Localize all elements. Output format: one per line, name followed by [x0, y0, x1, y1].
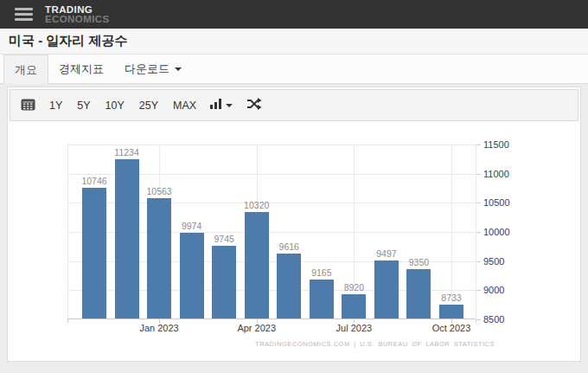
compare-shuffle-icon [246, 98, 262, 113]
tab-overview-label: 개요 [15, 62, 37, 78]
x-tick-label: Jul 2023 [336, 323, 373, 333]
tab-download[interactable]: 다운로드 [114, 55, 192, 83]
bar-value-label: 9165 [311, 267, 331, 278]
page-title: 미국 - 일자리 제공수 [9, 33, 128, 49]
tab-indicators[interactable]: 경제지표 [48, 55, 114, 83]
bar-value-label: 9350 [409, 257, 429, 267]
gridline [476, 145, 476, 319]
main-content: 1Y5Y10Y25YMAX [0, 84, 588, 362]
calendar-button[interactable] [21, 98, 35, 113]
bar-dec-2022[interactable] [115, 159, 139, 318]
bar-value-label: 8920 [344, 282, 364, 293]
y-tick-label: 11000 [483, 169, 509, 179]
bar-value-label: 9974 [182, 221, 201, 231]
range-button-1y[interactable]: 1Y [49, 100, 62, 112]
bar-value-label: 10746 [81, 176, 106, 186]
top-bar: TRADING ECONOMICS [0, 0, 588, 29]
range-button-max[interactable]: MAX [173, 100, 196, 112]
bar-jun-2023[interactable] [310, 280, 334, 318]
bar-jul-2023[interactable] [342, 294, 366, 318]
gridline [67, 145, 476, 145]
x-tick [67, 319, 68, 323]
column-chart-icon [210, 99, 221, 112]
range-button-25y[interactable]: 25Y [139, 100, 158, 112]
tab-overview[interactable]: 개요 [3, 55, 48, 84]
y-tick-label: 10000 [483, 227, 510, 237]
bar-value-label: 10320 [244, 200, 269, 210]
bar-may-2023[interactable] [277, 254, 301, 318]
x-tick-label: Jan 2023 [139, 323, 178, 333]
chart-attribution: TRADINGECONOMICS.COM | U.S. BUREAU OF LA… [255, 340, 495, 348]
compare-button[interactable] [246, 98, 262, 113]
bar-apr-2023[interactable] [245, 212, 269, 318]
y-tick-label: 9000 [483, 285, 504, 295]
menu-icon[interactable] [15, 8, 33, 21]
brand-logo[interactable]: TRADING ECONOMICS [45, 5, 110, 23]
range-buttons: 1Y5Y10Y25YMAX [49, 100, 196, 112]
bar-nov-2022[interactable] [82, 188, 106, 318]
bar-jan-2023[interactable] [147, 198, 171, 318]
x-tick [476, 319, 476, 323]
x-axis-line [67, 318, 476, 319]
y-tick-label: 8500 [483, 314, 504, 325]
bar-value-label: 9616 [279, 241, 299, 252]
bar-value-label: 11234 [114, 147, 138, 158]
y-tick-label: 9500 [483, 256, 504, 267]
bar-value-label: 8733 [441, 293, 461, 303]
range-button-10y[interactable]: 10Y [105, 100, 125, 112]
y-tick-label: 11500 [483, 139, 509, 150]
chart-region: 8500900095001000010500110001150010746112… [8, 123, 580, 360]
bar-aug-2023[interactable] [374, 260, 399, 318]
bar-sep-2023[interactable] [406, 269, 431, 318]
tab-download-label: 다운로드 [125, 61, 169, 77]
chevron-down-icon [175, 68, 182, 71]
x-tick-label: Apr 2023 [237, 323, 276, 333]
chart-type-button[interactable] [210, 99, 233, 112]
y-tick-label: 10500 [483, 197, 510, 208]
gridline [354, 145, 355, 319]
bar-mar-2023[interactable] [212, 246, 236, 318]
plot-area: 8500900095001000010500110001150010746112… [67, 145, 476, 319]
bar-oct-2023[interactable] [439, 305, 463, 318]
brand-line-2: ECONOMICS [45, 15, 110, 24]
chart-toolbar: 1Y5Y10Y25YMAX [10, 89, 578, 121]
tab-indicators-label: 경제지표 [59, 61, 104, 77]
x-tick-label: Oct 2023 [432, 323, 471, 333]
gridline [67, 145, 68, 319]
page-title-bar: 미국 - 일자리 제공수 [0, 29, 588, 55]
tab-bar: 개요경제지표다운로드 [0, 55, 588, 84]
chevron-down-icon [226, 104, 233, 107]
bar-value-label: 10563 [146, 186, 171, 196]
range-button-5y[interactable]: 5Y [77, 100, 90, 112]
bar-value-label: 9745 [214, 234, 233, 244]
calendar-icon [21, 98, 35, 113]
brand-line-1: TRADING [45, 5, 110, 15]
bar-value-label: 9497 [376, 248, 396, 259]
chart-panel: 1Y5Y10Y25YMAX [7, 87, 581, 362]
bar-feb-2023[interactable] [180, 233, 204, 318]
